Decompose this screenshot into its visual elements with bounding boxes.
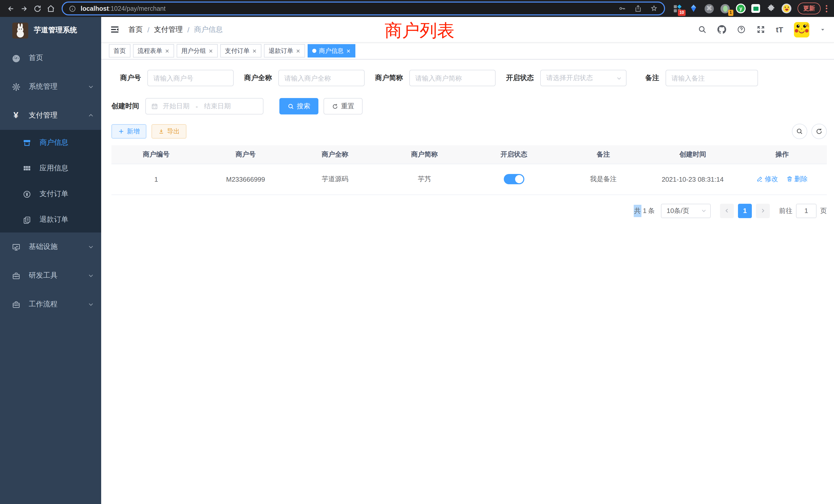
edit-link[interactable]: 修改 (756, 175, 778, 184)
close-icon[interactable] (296, 48, 301, 53)
filter-full-name: 商户全称 (244, 70, 364, 86)
share-icon[interactable] (634, 5, 642, 12)
tab-refund-order[interactable]: 退款订单 (264, 44, 305, 58)
app-logo-row[interactable]: 芋道管理系统 (0, 17, 101, 44)
tab-home[interactable]: 首页 (109, 44, 130, 58)
breadcrumb-payment[interactable]: 支付管理 (154, 25, 183, 34)
avatar-caret-icon[interactable] (820, 27, 825, 32)
browser-menu-button[interactable] (823, 3, 830, 14)
remark-input[interactable] (665, 70, 758, 86)
field-label: 商户号 (120, 73, 141, 83)
sidebar-item-refund-order[interactable]: 退款订单 (0, 207, 101, 232)
filter-row-2: 创建时间 开始日期 - 结束日期 搜索 重置 (111, 98, 827, 114)
prev-page-button[interactable] (720, 204, 734, 218)
extension-command-icon[interactable]: ⌘ (704, 3, 714, 14)
browser-reload-button[interactable] (31, 2, 44, 15)
sidebar-item-home[interactable]: 首页 (0, 44, 101, 72)
extension-chat-icon[interactable] (751, 4, 760, 13)
table-row: 1 M233666999 芋道源码 芋艿 我是备注 2021-10-23 08:… (111, 164, 827, 194)
merchant-no-input[interactable] (147, 70, 234, 86)
url-bar[interactable]: localhost:1024/pay/merchant (62, 2, 665, 16)
browser-back-button[interactable] (4, 2, 18, 15)
tab-pay-order[interactable]: 支付订单 (220, 44, 261, 58)
cell-create-time: 2021-10-23 08:31:14 (648, 164, 738, 194)
extension-session-icon[interactable]: 1 (720, 3, 730, 14)
main-area: 商户列表 首页 / 支付管理 / 商户信息 (101, 17, 834, 504)
col-full-name: 商户全称 (290, 145, 380, 164)
delete-link[interactable]: 删除 (786, 175, 808, 184)
delete-link-label: 删除 (794, 175, 808, 184)
show-search-button[interactable] (792, 124, 807, 139)
date-range-picker[interactable]: 开始日期 - 结束日期 (145, 98, 263, 114)
bookmark-star-icon[interactable] (650, 5, 658, 12)
sidebar-item-pay-order[interactable]: 支付订单 (0, 181, 101, 207)
sidebar-item-infrastructure[interactable]: 基础设施 (0, 232, 101, 261)
sidebar-collapse-button[interactable] (110, 25, 120, 35)
download-icon (158, 128, 164, 135)
short-name-input[interactable] (409, 70, 495, 86)
close-icon[interactable] (346, 48, 351, 53)
search-button[interactable]: 搜索 (279, 98, 319, 114)
sidebar-item-label: 基础设施 (29, 242, 58, 251)
goto-page-input[interactable] (796, 204, 816, 218)
field-label: 商户简称 (375, 73, 403, 83)
yen-icon: ¥ (11, 110, 21, 121)
status-select[interactable]: 请选择开启状态 (540, 70, 626, 86)
export-button[interactable]: 导出 (152, 124, 186, 139)
browser-forward-button[interactable] (18, 2, 31, 15)
reset-button[interactable]: 重置 (324, 98, 363, 114)
chevron-right-icon (760, 208, 766, 213)
user-avatar[interactable] (794, 22, 809, 37)
close-icon[interactable] (165, 48, 170, 53)
browser-toolbar: localhost:1024/pay/merchant 10 ⌘ (0, 0, 834, 17)
extension-gem-icon[interactable] (688, 3, 698, 14)
sidebar-item-workflow[interactable]: 工作流程 (0, 290, 101, 319)
tab-merchant-info[interactable]: 商户信息 (308, 44, 355, 58)
pagination: 共 1 条 10条/页 1 前往 页 (111, 204, 827, 218)
font-size-button[interactable]: tT (776, 25, 783, 34)
sidebar-item-merchant-info[interactable]: 商户信息 (0, 130, 101, 156)
page-size-select[interactable]: 10条/页 (661, 204, 711, 218)
table-toolbar: 新增 导出 (111, 124, 827, 139)
next-page-button[interactable] (756, 204, 770, 218)
dashboard-icon (11, 54, 21, 62)
extension-grid-icon[interactable]: 10 (672, 3, 682, 14)
sidebar-item-label: 工作流程 (29, 300, 58, 309)
password-key-icon[interactable] (618, 5, 626, 12)
fullscreen-button[interactable] (756, 25, 765, 34)
extension-y-icon[interactable]: y (736, 4, 746, 13)
chevron-up-icon (88, 112, 94, 118)
chat-icon (753, 6, 758, 10)
browser-update-button[interactable]: 更新 (797, 3, 821, 15)
page-number-1[interactable]: 1 (738, 204, 752, 218)
browser-home-button[interactable] (44, 2, 58, 15)
github-button[interactable] (718, 25, 726, 34)
refresh-table-button[interactable] (811, 124, 827, 139)
tab-process-form[interactable]: 流程表单 (133, 44, 174, 58)
close-icon[interactable] (208, 48, 213, 53)
header-search-button[interactable] (698, 25, 707, 34)
breadcrumb-home[interactable]: 首页 (128, 25, 143, 34)
col-short-name: 商户简称 (380, 145, 469, 164)
pagination-goto: 前往 页 (779, 204, 827, 218)
status-toggle[interactable] (504, 174, 524, 184)
site-info-icon[interactable] (69, 5, 76, 12)
sidebar-item-app-info[interactable]: 应用信息 (0, 156, 101, 181)
full-name-input[interactable] (278, 70, 364, 86)
sidebar-item-label: 研发工具 (29, 271, 58, 280)
add-button[interactable]: 新增 (111, 124, 146, 139)
help-button[interactable] (737, 25, 746, 34)
sidebar-item-system[interactable]: 系统管理 (0, 72, 101, 101)
page: localhost:1024/pay/merchant 10 ⌘ (0, 0, 834, 504)
sidebar-item-label: 支付管理 (29, 111, 58, 120)
breadcrumb-separator: / (188, 25, 190, 33)
breadcrumb: 首页 / 支付管理 / 商户信息 (128, 25, 223, 34)
sidebar-item-payment[interactable]: ¥ 支付管理 (0, 101, 101, 130)
sidebar-item-dev-tools[interactable]: 研发工具 (0, 261, 101, 290)
tab-user-group[interactable]: 用户分组 (177, 44, 218, 58)
cell-status (469, 164, 558, 194)
cell-merchant-no: M233666999 (201, 164, 290, 194)
close-icon[interactable] (252, 48, 257, 53)
extensions-menu-button[interactable] (766, 3, 776, 14)
profile-avatar-button[interactable] (782, 4, 791, 13)
